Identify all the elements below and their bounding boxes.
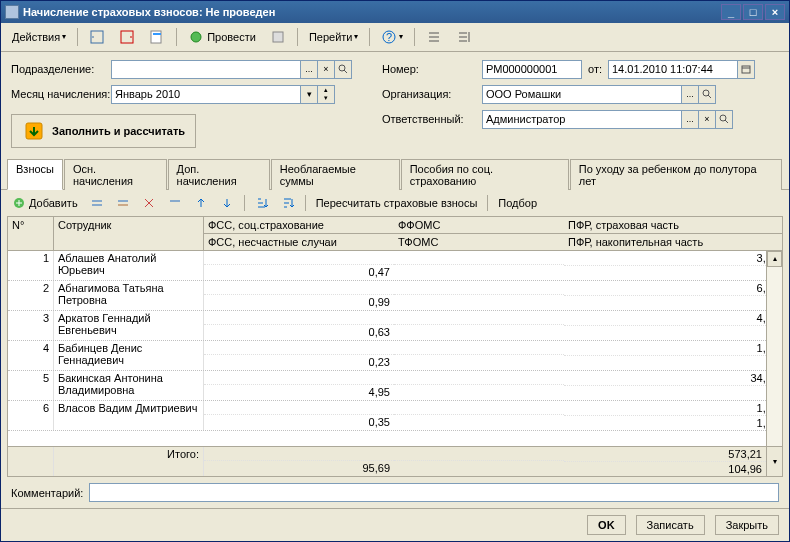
svg-rect-15: [92, 204, 102, 206]
tab-add-accruals[interactable]: Доп. начисления: [168, 159, 270, 190]
tab-nontaxable[interactable]: Необлагаемые суммы: [271, 159, 400, 190]
table-row[interactable]: 1Аблашев Анатолий Юрьевич0,473,29: [8, 251, 782, 281]
window-title: Начисление страховых взносов: Не проведе…: [23, 6, 721, 18]
org-select-button[interactable]: ...: [681, 85, 699, 104]
totals-label: Итого:: [54, 447, 204, 476]
select-button[interactable]: Подбор: [493, 193, 542, 213]
tb-icon-5[interactable]: [421, 26, 447, 48]
subdivision-select-button[interactable]: ...: [300, 60, 318, 79]
goto-menu[interactable]: Перейти▾: [304, 26, 364, 48]
org-label: Организация:: [382, 88, 482, 100]
org-input[interactable]: [482, 85, 682, 104]
table-row[interactable]: 6Власов Вадим Дмитриевич0,351,401,05: [8, 401, 782, 431]
tb-icon-2[interactable]: [114, 26, 140, 48]
month-input[interactable]: [111, 85, 301, 104]
col-employee[interactable]: Сотрудник: [54, 217, 204, 250]
col-ffoms[interactable]: ФФОМС ТФОМС: [394, 217, 564, 250]
main-toolbar: Действия▾ Провести Перейти▾ ?▾: [1, 23, 789, 52]
grid-header: N° Сотрудник ФСС, соц.страхование ФСС, н…: [8, 217, 782, 251]
svg-rect-5: [273, 32, 283, 42]
comment-input[interactable]: [89, 483, 779, 502]
svg-rect-2: [151, 31, 161, 43]
totals-pfr1: 573,21: [564, 447, 766, 462]
col-pfr[interactable]: ПФР, страховая часть ПФР, накопительная …: [564, 217, 782, 250]
recalc-button[interactable]: Пересчитать страховые взносы: [311, 193, 483, 213]
svg-rect-18: [170, 200, 180, 202]
scroll-down-button[interactable]: ▾: [766, 447, 782, 476]
totals-row: Итого: 95,69 573,21104,96 ▾: [8, 446, 782, 476]
number-label: Номер:: [382, 63, 482, 75]
grid-btn-2[interactable]: [111, 193, 135, 213]
minimize-button[interactable]: _: [721, 4, 741, 20]
app-icon: [5, 5, 19, 19]
from-label: от:: [588, 63, 602, 75]
add-row-button[interactable]: Добавить: [7, 193, 83, 213]
totals-pfr2: 104,96: [564, 462, 766, 476]
fill-icon: [22, 119, 46, 143]
date-calendar-button[interactable]: [737, 60, 755, 79]
svg-rect-10: [742, 66, 750, 73]
close-window-button[interactable]: Закрыть: [715, 515, 779, 535]
sort-asc-button[interactable]: [250, 193, 274, 213]
maximize-button[interactable]: □: [743, 4, 763, 20]
tab-social-benefits[interactable]: Пособия по соц. страхованию: [401, 159, 569, 190]
post-button[interactable]: Провести: [183, 26, 261, 48]
svg-text:?: ?: [386, 31, 392, 43]
footer: OK Записать Закрыть: [1, 508, 789, 541]
subdivision-input[interactable]: [111, 60, 301, 79]
svg-rect-16: [118, 200, 128, 202]
tb-icon-1[interactable]: [84, 26, 110, 48]
table-row[interactable]: 4Бабинцев Денис Геннадиевич0,231,62: [8, 341, 782, 371]
col-number[interactable]: N°: [8, 217, 54, 250]
subdivision-clear-button[interactable]: ×: [317, 60, 335, 79]
svg-rect-14: [92, 200, 102, 202]
resp-label: Ответственный:: [382, 113, 482, 125]
subdivision-search-button[interactable]: [334, 60, 352, 79]
resp-select-button[interactable]: ...: [681, 110, 699, 129]
comment-label: Комментарий:: [11, 487, 83, 499]
month-dropdown-button[interactable]: ▾: [300, 85, 318, 104]
actions-menu[interactable]: Действия▾: [7, 26, 71, 48]
tb-icon-6[interactable]: [451, 26, 477, 48]
svg-rect-17: [118, 204, 128, 206]
fill-calculate-button[interactable]: Заполнить и рассчитать: [11, 114, 196, 148]
tab-contributions[interactable]: Взносы: [7, 159, 63, 190]
month-up-button[interactable]: ▴▾: [317, 85, 335, 104]
tb-icon-4[interactable]: [265, 26, 291, 48]
svg-point-4: [191, 32, 201, 42]
number-input[interactable]: [482, 60, 582, 79]
grid-btn-1[interactable]: [85, 193, 109, 213]
totals-fss2: 95,69: [204, 461, 394, 475]
grid-toolbar: Добавить Пересчитать страховые взносы По…: [1, 190, 789, 216]
grid-btn-6[interactable]: [215, 193, 239, 213]
close-button[interactable]: ×: [765, 4, 785, 20]
table-row[interactable]: 5Бакинская Антонина Владимировна4,9534,6…: [8, 371, 782, 401]
sort-desc-button[interactable]: [276, 193, 300, 213]
resp-clear-button[interactable]: ×: [698, 110, 716, 129]
vertical-scrollbar[interactable]: ▴: [766, 251, 782, 446]
grid-btn-3[interactable]: [137, 193, 161, 213]
org-search-button[interactable]: [698, 85, 716, 104]
titlebar: Начисление страховых взносов: Не проведе…: [1, 1, 789, 23]
grid-btn-4[interactable]: [163, 193, 187, 213]
table-row[interactable]: 3Аркатов Геннадий Евгеньевич0,634,42: [8, 311, 782, 341]
table-row[interactable]: 2Абнагимова Татьяна Петровна0,996,91: [8, 281, 782, 311]
tab-childcare[interactable]: По уходу за ребенком до полутора лет: [570, 159, 782, 190]
grid-btn-5[interactable]: [189, 193, 213, 213]
tabstrip: Взносы Осн. начисления Доп. начисления Н…: [1, 158, 789, 190]
subdivision-label: Подразделение:: [11, 63, 111, 75]
svg-rect-3: [153, 33, 161, 35]
resp-input[interactable]: [482, 110, 682, 129]
date-input[interactable]: [608, 60, 738, 79]
data-grid: N° Сотрудник ФСС, соц.страхование ФСС, н…: [7, 216, 783, 477]
ok-button[interactable]: OK: [587, 515, 626, 535]
resp-search-button[interactable]: [715, 110, 733, 129]
help-button[interactable]: ?▾: [376, 26, 408, 48]
tb-icon-3[interactable]: [144, 26, 170, 48]
month-label: Месяц начисления:: [11, 88, 111, 100]
tab-main-accruals[interactable]: Осн. начисления: [64, 159, 167, 190]
save-button[interactable]: Записать: [636, 515, 705, 535]
col-fss[interactable]: ФСС, соц.страхование ФСС, несчастные слу…: [204, 217, 394, 250]
